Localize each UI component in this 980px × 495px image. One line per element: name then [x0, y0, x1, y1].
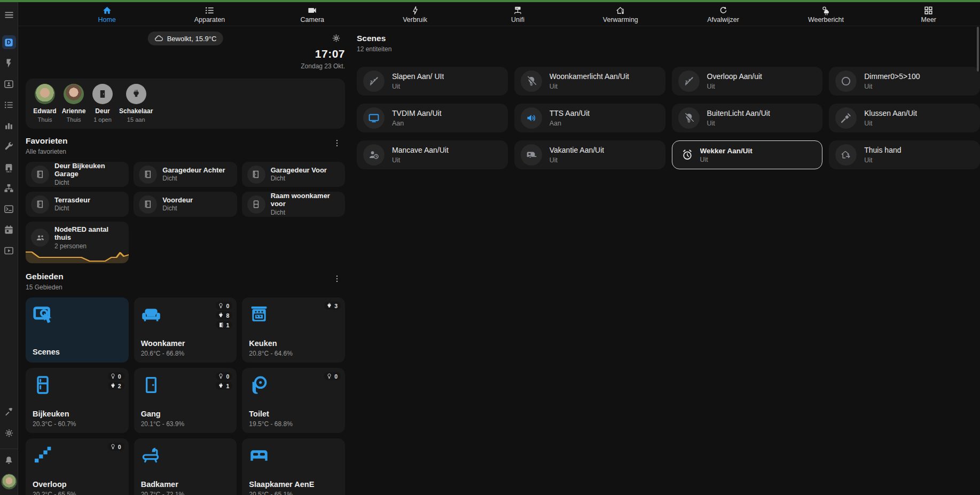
tab-home[interactable]: Home — [56, 4, 158, 23]
recycle-icon — [718, 5, 728, 15]
person-status: 1 open — [90, 116, 115, 123]
area-card-gang[interactable]: 01Gang20.1°C - 63.9% — [134, 368, 237, 433]
area-card-keuken[interactable]: 3Keuken20.8°C - 64.6% — [242, 297, 345, 363]
tab-label: Apparaten — [194, 16, 225, 23]
sidebar-item-logbook[interactable] — [2, 98, 16, 112]
favorite-card-deur-bijkeuken-garage[interactable]: Deur Bijkeuken GarageDicht — [26, 162, 129, 187]
favorite-card-raam-woonkamer-voor[interactable]: Raam woonkamer voorDicht — [242, 192, 345, 217]
scene-card-wekker-aan-uit[interactable]: Wekker Aan/UitUit — [672, 140, 823, 169]
favorite-state: Dicht — [54, 179, 123, 186]
scenes-subtitle: 12 entiteiten — [357, 45, 391, 53]
area-card-slaapkamer-aene[interactable]: Slaapkamer AenE20.5°C - 65.1% — [242, 438, 345, 495]
sleep-off-icon: zzz — [678, 70, 700, 92]
sidebar-item-media[interactable] — [2, 243, 16, 257]
scene-card-dimmer0-5-100[interactable]: Dimmer0>5>100Uit — [829, 67, 980, 96]
chart-bar-icon — [4, 121, 14, 131]
scene-card-tts-aan-uit[interactable]: TTS Aan/UitAan — [514, 104, 665, 132]
area-card-bijkeuken[interactable]: 02Bijkeuken20.3°C - 60.7% — [26, 368, 129, 433]
scene-card-thuis-hand[interactable]: Thuis handUit — [829, 140, 980, 169]
settings-gear-icon[interactable] — [332, 34, 341, 43]
home-thermometer-icon — [615, 5, 625, 15]
favorites-menu-button[interactable] — [329, 136, 345, 150]
sidebar-item-persons[interactable] — [2, 77, 16, 91]
tab-weerbericht[interactable]: Weerbericht — [774, 4, 877, 23]
tab-label: Afvalwijzer — [707, 16, 739, 23]
area-badge-plug: 8 — [216, 311, 232, 319]
user-avatar[interactable] — [1, 474, 17, 490]
favorite-graph-card-nodered-aantal-thuis[interactable]: NodeRED aantal thuis2 personen — [26, 222, 129, 263]
areas-menu-button[interactable] — [329, 272, 345, 286]
favorite-card-garagedeur-achter[interactable]: Garagedeur AchterDicht — [134, 162, 237, 187]
door-open-icon — [217, 321, 224, 328]
favorite-card-voordeur[interactable]: VoordeurDicht — [134, 192, 237, 217]
area-card-overloop[interactable]: 0Overloop20.2°C - 65.5% — [26, 438, 129, 495]
door-icon — [31, 166, 49, 184]
lightning-icon — [4, 58, 14, 68]
scrollbar-thumb[interactable] — [977, 27, 979, 72]
area-climate: 20.3°C - 60.7% — [33, 420, 76, 428]
tab-apparaten[interactable]: Apparaten — [158, 4, 261, 23]
favorite-card-garagedeur-voor[interactable]: Garagedeur VoorDicht — [242, 162, 345, 187]
scene-card-klussen-aan-uit[interactable]: Klussen Aan/UitUit — [829, 104, 980, 132]
sidebar-item-hacs[interactable]: HACS — [2, 160, 16, 174]
tab-unifi[interactable]: Unifi — [466, 4, 569, 23]
topbar: HomeApparatenCameraVerbruikUnifiVerwarmi… — [18, 2, 980, 26]
favorite-title: Raam woonkamer voor — [271, 192, 340, 208]
area-title: Gang — [141, 410, 161, 418]
area-title: Bijkeuken — [33, 410, 69, 418]
window-icon — [247, 195, 265, 214]
scene-card-mancave-aan-uit[interactable]: Mancave Aan/UitUit — [357, 140, 508, 169]
plug-icon — [217, 382, 224, 389]
weather-chip-label: Bewolkt, 15.9°C — [167, 35, 217, 43]
scene-card-overloop-aan-uit[interactable]: zzzOverloop Aan/uitUit — [672, 67, 823, 96]
tab-afvalwijzer[interactable]: Afvalwijzer — [672, 4, 774, 23]
gesture-tap-icon — [32, 304, 56, 327]
sidebar: DHACS — [0, 2, 18, 495]
area-badges: 081 — [216, 302, 232, 329]
tab-camera[interactable]: Camera — [261, 4, 364, 23]
sidebar-item-settings[interactable] — [2, 426, 16, 440]
area-card-badkamer[interactable]: Badkamer20.7°C - 72.1% — [134, 438, 237, 495]
sidebar-item-dashboard[interactable]: D — [2, 35, 16, 49]
menu-icon[interactable] — [3, 9, 15, 21]
tab-verwarming[interactable]: Verwarming — [569, 4, 672, 23]
meter-flash-icon — [410, 5, 420, 15]
area-card-toilet[interactable]: 0Toilet19.5°C - 68.8% — [242, 368, 345, 433]
caravan-icon — [521, 144, 542, 166]
badge-count: 1 — [226, 383, 229, 389]
bed-icon — [248, 445, 270, 466]
notifications-bell-icon[interactable] — [2, 453, 16, 467]
favorite-title: Voordeur — [162, 197, 193, 205]
tab-verbruik[interactable]: Verbruik — [364, 4, 466, 23]
person-badge-schakelaar[interactable]: Schakelaar15 aan — [117, 84, 154, 129]
person-badge-edward[interactable]: EdwardThuis — [31, 84, 59, 129]
tab-label: Verbruik — [403, 16, 427, 23]
scene-card-tvdim-aan-uit[interactable]: TVDIM Aan/UitAan — [357, 104, 508, 132]
sofa-icon — [140, 304, 162, 325]
sidebar-item-developer-tools[interactable] — [2, 405, 16, 419]
person-badge-deur[interactable]: Deur1 open — [89, 84, 116, 129]
scene-title: TVDIM Aan/Uit — [392, 109, 442, 117]
format-list-icon — [205, 5, 215, 15]
tab-meer[interactable]: Meer — [877, 4, 980, 23]
sidebar-item-tools[interactable] — [2, 139, 16, 153]
area-card-scenes[interactable]: Scenes — [26, 297, 129, 363]
scene-state: Uit — [392, 83, 444, 90]
area-card-woonkamer[interactable]: 081Woonkamer20.6°C - 66.8% — [134, 297, 237, 363]
weather-chip[interactable]: Bewolkt, 15.9°C — [148, 32, 223, 45]
scene-card-slapen-aan-uit[interactable]: zzzSlapen Aan/ UItUit — [357, 67, 508, 96]
person-badge-arienne[interactable]: ArienneThuis — [60, 84, 88, 129]
sidebar-item-nodered[interactable] — [2, 181, 16, 195]
scene-card-buitenlicht-aan-uit[interactable]: BuitenLicht Aan/UitUit — [672, 104, 823, 132]
sidebar-item-history[interactable] — [2, 119, 16, 132]
sidebar-item-calendar[interactable] — [2, 223, 16, 237]
sidebar-item-energy[interactable] — [2, 56, 16, 70]
favorite-title: NodeRED aantal thuis — [54, 226, 123, 242]
scene-card-woonkamerlicht-aan-uit[interactable]: Woonkamerlicht Aan/UitUit — [514, 67, 665, 96]
sidebar-item-terminal[interactable] — [2, 202, 16, 216]
favorite-card-terrasdeur[interactable]: TerrasdeurDicht — [26, 192, 129, 217]
svg-text:D: D — [7, 40, 11, 45]
scene-state: Uit — [700, 156, 752, 163]
scene-card-vakantie-aan-uit[interactable]: Vakantie Aan/UitUit — [514, 140, 665, 169]
clock: 17:07 — [315, 48, 345, 60]
